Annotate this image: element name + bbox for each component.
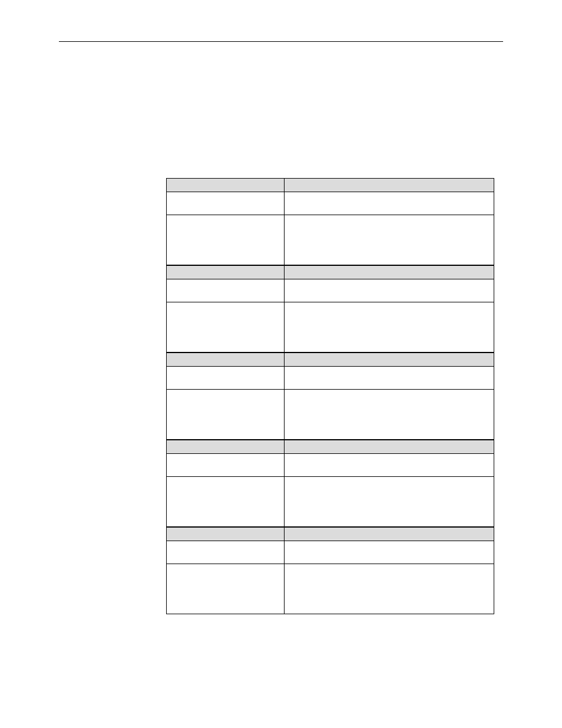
- event-block-header-left: [167, 528, 285, 541]
- event-block-cell-right: [285, 477, 494, 527]
- event-block: [166, 353, 494, 440]
- event-block: [166, 440, 494, 527]
- event-block: [166, 178, 494, 265]
- event-block-cell-left: [167, 279, 285, 302]
- event-block-cell-right: [285, 215, 494, 265]
- event-block-cell-left: [167, 477, 285, 527]
- event-block-cell-left: [167, 541, 285, 564]
- event-block-header-right: [285, 353, 494, 367]
- event-block-header-left: [167, 179, 285, 192]
- event-block-cell-left: [167, 192, 285, 215]
- event-block-cell-right: [285, 279, 494, 302]
- event-block-header-row: [167, 266, 494, 279]
- event-block-header-row: [167, 179, 494, 192]
- event-block-header-row: [167, 528, 494, 541]
- event-block-cell-right: [285, 564, 494, 614]
- event-block-header-row: [167, 353, 494, 367]
- event-block-header-right: [285, 528, 494, 541]
- event-block-cell-left: [167, 564, 285, 614]
- event-block-row: [167, 367, 494, 390]
- header-rule: [59, 41, 503, 42]
- event-block-cell-right: [285, 302, 494, 353]
- event-block-header-right: [285, 440, 494, 454]
- event-block-row: [167, 279, 494, 302]
- event-block-cell-right: [285, 192, 494, 215]
- event-block-cell-left: [167, 454, 285, 477]
- event-block-row: [167, 390, 494, 440]
- event-block-cell-left: [167, 215, 285, 265]
- event-block-row: [167, 454, 494, 477]
- event-block-cell-right: [285, 541, 494, 564]
- event-block-row: [167, 477, 494, 527]
- event-block-cell-right: [285, 367, 494, 390]
- event-block-header-left: [167, 353, 285, 367]
- event-block-header-row: [167, 440, 494, 454]
- event-block-cell-left: [167, 302, 285, 353]
- event-block: [166, 265, 494, 353]
- event-block-row: [167, 192, 494, 215]
- event-block-header-left: [167, 266, 285, 279]
- page-header: [59, 24, 503, 47]
- event-block: [166, 527, 494, 614]
- event-block-header-left: [167, 440, 285, 454]
- event-block-header-right: [285, 179, 494, 192]
- event-block-row: [167, 215, 494, 265]
- event-block-row: [167, 564, 494, 614]
- event-block-cell-right: [285, 390, 494, 440]
- event-block-row: [167, 302, 494, 353]
- event-block-header-right: [285, 266, 494, 279]
- event-block-row: [167, 541, 494, 564]
- event-block-cell-left: [167, 390, 285, 440]
- event-tables-container: [166, 178, 494, 614]
- event-block-cell-left: [167, 367, 285, 390]
- event-block-cell-right: [285, 454, 494, 477]
